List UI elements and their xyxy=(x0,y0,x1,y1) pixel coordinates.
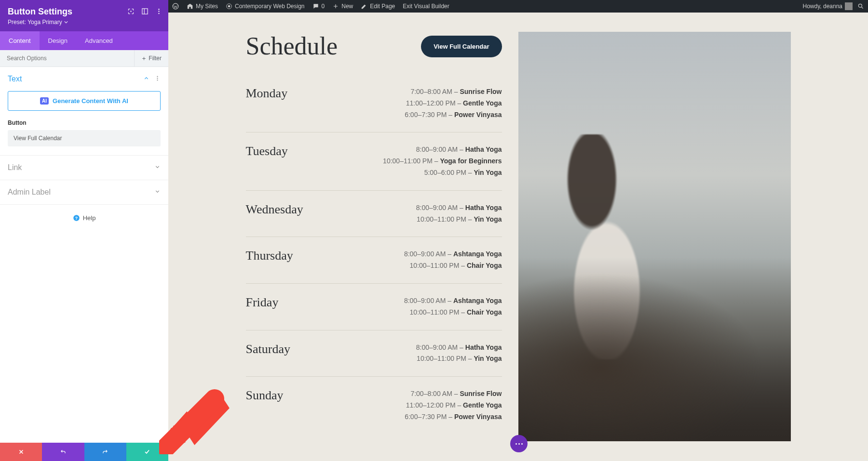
view-calendar-button[interactable]: View Full Calendar xyxy=(421,36,502,57)
section-text-header[interactable]: Text xyxy=(0,67,168,91)
day-name: Wednesday xyxy=(246,202,303,217)
generate-ai-button[interactable]: AI Generate Content With AI xyxy=(8,91,161,111)
day-block: Thursday8:00–9:00 AM – Ashtanga Yoga10:0… xyxy=(246,237,502,284)
chevron-down-icon xyxy=(154,163,161,172)
day-block: Friday8:00–9:00 AM – Ashtanga Yoga10:00–… xyxy=(246,284,502,330)
more-icon[interactable] xyxy=(155,8,163,17)
avatar xyxy=(845,2,853,10)
tab-content[interactable]: Content xyxy=(0,31,40,50)
panel-tabs: Content Design Advanced xyxy=(0,31,168,50)
ai-badge-icon: AI xyxy=(40,97,49,105)
day-block: Wednesday8:00–9:00 AM – Hatha Yoga10:00–… xyxy=(246,191,502,237)
layout-icon[interactable] xyxy=(141,8,149,17)
panel-footer xyxy=(0,443,168,461)
settings-panel: Button Settings Preset: Yoga Primary Con… xyxy=(0,0,168,461)
day-schedule: 7:00–8:00 AM – Sunrise Flow11:00–12:00 P… xyxy=(405,388,502,422)
preview-area: Schedule View Full Calendar Monday7:00–8… xyxy=(168,13,868,461)
cancel-button[interactable] xyxy=(0,443,42,461)
day-schedule: 8:00–9:00 AM – Ashtanga Yoga10:00–11:00 … xyxy=(404,295,502,318)
day-schedule: 8:00–9:00 AM – Hatha Yoga10:00–11:00 PM … xyxy=(416,342,502,365)
svg-point-8 xyxy=(158,13,160,14)
day-name: Tuesday xyxy=(246,144,288,158)
button-text-input[interactable] xyxy=(8,130,161,146)
day-schedule: 8:00–9:00 AM – Hatha Yoga10:00–11:00 PM … xyxy=(383,144,502,178)
svg-point-7 xyxy=(158,11,160,12)
day-block: Monday7:00–8:00 AM – Sunrise Flow11:00–1… xyxy=(246,75,502,132)
comments-link[interactable]: 0 xyxy=(312,3,325,10)
svg-point-4 xyxy=(130,11,132,12)
svg-point-9 xyxy=(157,76,158,77)
site-title-link[interactable]: Contemporary Web Design xyxy=(226,3,305,10)
preset-dropdown[interactable]: Preset: Yoga Primary xyxy=(8,19,161,26)
focus-icon[interactable] xyxy=(127,8,135,17)
day-block: Sunday7:00–8:00 AM – Sunrise Flow11:00–1… xyxy=(246,377,502,434)
svg-rect-5 xyxy=(142,9,148,14)
svg-point-2 xyxy=(228,5,231,8)
chevron-down-icon xyxy=(154,188,161,197)
svg-text:?: ? xyxy=(75,216,77,221)
floating-action-button[interactable] xyxy=(510,435,528,452)
save-button[interactable] xyxy=(126,443,168,461)
exit-builder-link[interactable]: Exit Visual Builder xyxy=(403,3,449,10)
svg-point-6 xyxy=(158,9,160,10)
help-link[interactable]: ? Help xyxy=(0,205,168,231)
wp-admin-bar: My Sites Contemporary Web Design 0 New E… xyxy=(168,0,868,13)
svg-point-11 xyxy=(157,79,158,80)
undo-button[interactable] xyxy=(42,443,84,461)
user-greeting[interactable]: Howdy, deanna xyxy=(803,2,853,10)
day-name: Thursday xyxy=(246,249,293,263)
page-title: Schedule xyxy=(246,32,338,60)
panel-header: Button Settings Preset: Yoga Primary xyxy=(0,0,168,31)
day-name: Monday xyxy=(246,86,288,101)
day-block: Tuesday8:00–9:00 AM – Hatha Yoga10:00–11… xyxy=(246,132,502,190)
hero-image xyxy=(518,32,791,441)
svg-point-3 xyxy=(858,4,862,7)
redo-button[interactable] xyxy=(84,443,126,461)
day-name: Sunday xyxy=(246,388,284,403)
filter-button[interactable]: Filter xyxy=(134,50,168,66)
panel-search-row: Filter xyxy=(0,50,168,67)
my-sites-link[interactable]: My Sites xyxy=(187,3,218,10)
section-admin-label-header[interactable]: Admin Label xyxy=(0,180,168,204)
day-schedule: 7:00–8:00 AM – Sunrise Flow11:00–12:00 P… xyxy=(405,86,502,120)
day-name: Friday xyxy=(246,295,279,310)
search-input[interactable] xyxy=(0,50,134,66)
day-schedule: 8:00–9:00 AM – Hatha Yoga10:00–11:00 PM … xyxy=(416,202,502,225)
chevron-up-icon xyxy=(143,75,149,83)
section-link-header[interactable]: Link xyxy=(0,156,168,180)
svg-point-10 xyxy=(157,78,158,79)
more-icon[interactable] xyxy=(154,75,161,83)
button-field-label: Button xyxy=(8,119,161,126)
day-block: Saturday8:00–9:00 AM – Hatha Yoga10:00–1… xyxy=(246,330,502,377)
day-name: Saturday xyxy=(246,342,290,356)
day-schedule: 8:00–9:00 AM – Ashtanga Yoga10:00–11:00 … xyxy=(404,249,502,272)
tab-advanced[interactable]: Advanced xyxy=(76,31,122,50)
search-icon[interactable] xyxy=(857,3,864,10)
wp-logo-icon[interactable] xyxy=(172,3,179,10)
new-link[interactable]: New xyxy=(332,3,353,10)
edit-page-link[interactable]: Edit Page xyxy=(361,3,395,10)
tab-design[interactable]: Design xyxy=(40,31,76,50)
